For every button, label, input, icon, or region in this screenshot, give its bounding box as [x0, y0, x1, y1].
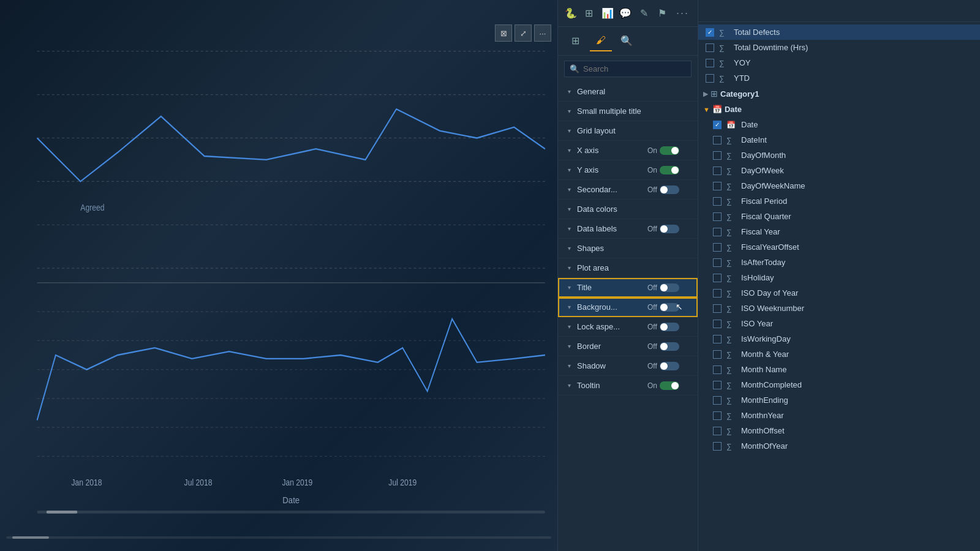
checkbox-iso-day-of-year[interactable]	[713, 289, 722, 298]
field-iso-year[interactable]: ∑ ISO Year	[698, 316, 980, 331]
checkbox-ytd[interactable]	[706, 74, 714, 83]
field-fiscal-quarter[interactable]: ∑ Fiscal Quarter	[698, 209, 980, 224]
checkbox-dayofweek[interactable]	[713, 167, 722, 175]
format-y-axis[interactable]: ▾ Y axis On	[558, 160, 698, 180]
edit-icon[interactable]: ✎	[637, 5, 650, 22]
format-secondary[interactable]: ▾ Secondar... Off	[558, 180, 698, 200]
field-isworkingday[interactable]: ∑ IsWorkingDay	[698, 331, 980, 347]
category-header-date[interactable]: ▼ 📅 Date	[698, 102, 980, 117]
checkbox-month-name[interactable]	[713, 365, 722, 374]
field-monthnyear[interactable]: ∑ MonthnYear	[698, 408, 980, 423]
format-x-axis[interactable]: ▾ X axis On	[558, 141, 698, 160]
tab-grid[interactable]: ⊞	[564, 31, 586, 51]
field-fiscalyearoffset[interactable]: ∑ FiscalYearOffset	[698, 239, 980, 255]
lock-aspect-toggle[interactable]	[660, 323, 679, 331]
field-iso-day-of-year[interactable]: ∑ ISO Day of Year	[698, 285, 980, 301]
chevron-icon: ▾	[568, 147, 571, 154]
field-total-defects[interactable]: ∑ Total Defects	[698, 24, 980, 40]
svg-text:Jan 2018: Jan 2018	[72, 478, 102, 487]
checkbox-dayofmonth[interactable]	[713, 151, 722, 160]
field-isholiday[interactable]: ∑ IsHoliday	[698, 270, 980, 285]
field-ytd[interactable]: ∑ YTD	[698, 70, 980, 86]
data-labels-toggle[interactable]	[660, 225, 679, 233]
field-isaftertoday[interactable]: ∑ IsAfterToday	[698, 255, 980, 270]
field-fiscal-period[interactable]: ∑ Fiscal Period	[698, 193, 980, 209]
field-dayofmonth[interactable]: ∑ DayOfMonth	[698, 148, 980, 163]
checkbox-monthoffset[interactable]	[713, 427, 722, 435]
field-month-year[interactable]: ∑ Month & Year	[698, 347, 980, 362]
category-header-category1[interactable]: ▶ ⊞ Category1	[698, 86, 980, 102]
field-dayofweekname[interactable]: ∑ DayOfWeekName	[698, 178, 980, 193]
checkbox-isholiday[interactable]	[713, 274, 722, 282]
field-fiscal-year[interactable]: ∑ Fiscal Year	[698, 224, 980, 239]
format-background[interactable]: ▾ Backgrou... Off ↖	[558, 298, 698, 317]
format-shadow[interactable]: ▾ Shadow Off	[558, 356, 698, 376]
filter-button[interactable]: ⊠	[495, 24, 512, 42]
python-icon[interactable]: 🐍	[564, 5, 578, 22]
field-iso-weeknumber[interactable]: ∑ ISO Weeknumber	[698, 301, 980, 316]
checkbox-fiscal-quarter[interactable]	[713, 212, 722, 221]
format-grid-layout[interactable]: ▾ Grid layout	[558, 121, 698, 141]
checkbox-month-year[interactable]	[713, 350, 722, 359]
title-toggle[interactable]	[660, 283, 679, 292]
field-monthofyear[interactable]: ∑ MonthOfYear	[698, 438, 980, 454]
background-toggle[interactable]: ↖	[660, 303, 679, 312]
format-data-labels[interactable]: ▾ Data labels Off	[558, 219, 698, 239]
format-border[interactable]: ▾ Border Off	[558, 337, 698, 356]
checkbox-fiscal-year[interactable]	[713, 228, 722, 236]
format-plot-area[interactable]: ▾ Plot area	[558, 258, 698, 278]
x-axis-toggle[interactable]	[660, 146, 679, 155]
field-yoy[interactable]: ∑ YOY	[698, 55, 980, 70]
format-general[interactable]: ▾ General	[558, 82, 698, 102]
checkbox-iso-weeknumber[interactable]	[713, 304, 722, 313]
checkbox-date[interactable]	[713, 121, 722, 129]
format-small-multiple-title[interactable]: ▾ Small multiple title	[558, 102, 698, 121]
format-title[interactable]: ▾ Title Off	[558, 278, 698, 298]
horizontal-scrollbar[interactable]	[6, 536, 551, 539]
format-data-colors[interactable]: ▾ Data colors	[558, 200, 698, 219]
shadow-toggle[interactable]	[660, 362, 679, 370]
checkbox-isaftertoday[interactable]	[713, 258, 722, 267]
field-dateint[interactable]: ∑ DateInt	[698, 132, 980, 148]
checkbox-monthofyear[interactable]	[713, 442, 722, 451]
checkbox-yoy[interactable]	[706, 59, 714, 67]
data-icon[interactable]: ⊞	[582, 5, 596, 22]
comment-icon[interactable]: 💬	[619, 5, 632, 22]
field-monthcompleted[interactable]: ∑ MonthCompleted	[698, 377, 980, 392]
format-tooltip[interactable]: ▾ Tooltin On	[558, 376, 698, 395]
field-monthending[interactable]: ∑ MonthEnding	[698, 392, 980, 408]
scrollbar-thumb[interactable]	[12, 536, 49, 539]
more-options-button[interactable]: ···	[534, 24, 551, 42]
y-axis-toggle[interactable]	[660, 166, 679, 174]
field-monthoffset[interactable]: ∑ MonthOffset	[698, 423, 980, 438]
checkbox-dayofweekname[interactable]	[713, 182, 722, 190]
chart-icon[interactable]: 📊	[601, 5, 614, 22]
search-container[interactable]: 🔍	[564, 61, 692, 77]
checkbox-fiscalyearoffset[interactable]	[713, 243, 722, 252]
flag-icon[interactable]: ⚑	[655, 5, 669, 22]
field-month-name[interactable]: ∑ Month Name	[698, 362, 980, 377]
tooltip-toggle[interactable]	[660, 381, 679, 390]
search-input[interactable]	[583, 64, 686, 73]
border-toggle[interactable]	[660, 342, 679, 351]
field-total-downtime[interactable]: ∑ Total Downtime (Hrs)	[698, 40, 980, 55]
checkbox-dateint[interactable]	[713, 136, 722, 144]
checkbox-isworkingday[interactable]	[713, 335, 722, 343]
checkbox-monthcompleted[interactable]	[713, 381, 722, 389]
format-lock-aspect[interactable]: ▾ Lock aspe... Off	[558, 317, 698, 337]
secondary-toggle[interactable]	[660, 186, 679, 194]
format-shapes[interactable]: ▾ Shapes	[558, 239, 698, 258]
checkbox-monthnyear[interactable]	[713, 411, 722, 420]
checkbox-total-downtime[interactable]	[706, 43, 714, 52]
expand-button[interactable]: ⤢	[514, 24, 532, 42]
tab-analytics[interactable]: 🔍	[616, 31, 638, 51]
checkbox-fiscal-period[interactable]	[713, 197, 722, 206]
toggle-label: Off	[647, 225, 657, 233]
tab-format[interactable]: 🖌	[590, 31, 612, 51]
chevron-icon: ▾	[568, 323, 571, 330]
checkbox-total-defects[interactable]	[706, 28, 714, 37]
field-dayofweek[interactable]: ∑ DayOfWeek	[698, 163, 980, 178]
checkbox-iso-year[interactable]	[713, 320, 722, 328]
checkbox-monthending[interactable]	[713, 396, 722, 405]
field-date[interactable]: 📅 Date	[698, 117, 980, 132]
